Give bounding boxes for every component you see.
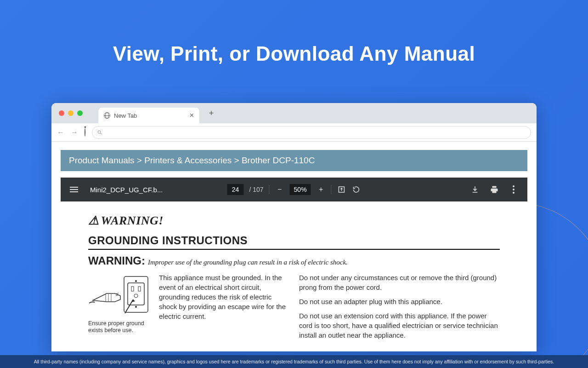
reload-button[interactable]	[85, 128, 85, 137]
plug-illustration-icon	[88, 273, 153, 317]
browser-tab[interactable]: New Tab ×	[98, 108, 199, 123]
svg-rect-10	[131, 287, 134, 291]
page-number-input[interactable]	[227, 184, 243, 195]
svg-line-15	[116, 293, 119, 294]
page-content: Product Manuals > Printers & Accessories…	[51, 142, 537, 351]
download-icon	[471, 185, 479, 194]
svg-point-12	[134, 294, 138, 298]
footer-disclaimer: All third-party names (including company…	[0, 355, 588, 368]
new-tab-button[interactable]: +	[205, 107, 218, 120]
subwarning-line: WARNING:Improper use of the grounding pl…	[88, 254, 500, 267]
print-icon	[490, 185, 498, 194]
pdf-toolbar: Mini2_DCP_UG_CF.b... / 107 − +	[61, 178, 527, 201]
right-paragraph-1: Do not under any circumstances cut or re…	[299, 273, 500, 292]
search-icon	[97, 130, 102, 135]
download-button[interactable]	[470, 185, 480, 194]
forward-button[interactable]: →	[71, 128, 78, 137]
section-heading: GROUNDING INSTRUCTIONS	[88, 234, 500, 250]
browser-window: New Tab × + ← → Product Manuals > Printe…	[51, 103, 537, 351]
svg-point-9	[135, 306, 137, 308]
page-total-label: / 107	[249, 186, 263, 193]
hero-title: View, Print, or Download Any Manual	[0, 0, 588, 65]
rotate-icon	[352, 185, 361, 194]
maximize-window-button[interactable]	[77, 110, 83, 116]
svg-point-0	[98, 131, 101, 133]
pdf-page-content: ⚠WARNING! GROUNDING INSTRUCTIONS WARNING…	[61, 201, 527, 351]
browser-toolbar: ← →	[51, 123, 537, 142]
fit-page-button[interactable]	[337, 185, 346, 194]
zoom-out-button[interactable]: −	[275, 185, 284, 194]
window-controls	[59, 110, 83, 116]
diagram-caption: Ensure proper ground exists before use.	[88, 320, 153, 334]
plug-diagram: Ensure proper ground exists before use.	[88, 273, 153, 340]
svg-point-4	[513, 189, 514, 190]
globe-icon	[104, 112, 110, 119]
tab-title: New Tab	[114, 112, 137, 119]
tab-close-icon[interactable]: ×	[190, 112, 194, 119]
breadcrumb: Product Manuals > Printers & Accessories…	[61, 150, 527, 171]
svg-point-5	[513, 192, 514, 194]
more-options-button[interactable]	[509, 185, 518, 194]
pdf-menu-button[interactable]	[70, 187, 78, 192]
address-bar[interactable]	[92, 126, 531, 139]
reload-icon	[85, 128, 85, 137]
zoom-in-button[interactable]: +	[317, 185, 326, 194]
warning-triangle-icon: ⚠	[88, 213, 99, 228]
svg-line-1	[101, 133, 102, 134]
right-paragraph-3: Do not use an extension cord with this a…	[299, 311, 500, 340]
svg-line-16	[116, 295, 119, 296]
right-paragraph-2: Do not use an adapter plug with this app…	[299, 297, 500, 306]
warning-heading: ⚠WARNING!	[88, 213, 500, 228]
close-window-button[interactable]	[59, 110, 64, 116]
back-button[interactable]: ←	[57, 128, 64, 137]
svg-rect-11	[138, 287, 141, 291]
kebab-icon	[513, 185, 514, 194]
left-paragraph: This appliance must be grounded. In the …	[159, 273, 289, 340]
zoom-level-input[interactable]	[290, 184, 311, 195]
fit-page-icon	[338, 185, 346, 194]
svg-point-3	[513, 185, 514, 187]
rotate-button[interactable]	[352, 185, 361, 194]
pdf-filename: Mini2_DCP_UG_CF.b...	[90, 186, 163, 194]
minimize-window-button[interactable]	[68, 110, 74, 116]
svg-point-8	[135, 280, 137, 282]
tab-strip: New Tab × +	[51, 103, 537, 123]
print-button[interactable]	[490, 185, 499, 194]
